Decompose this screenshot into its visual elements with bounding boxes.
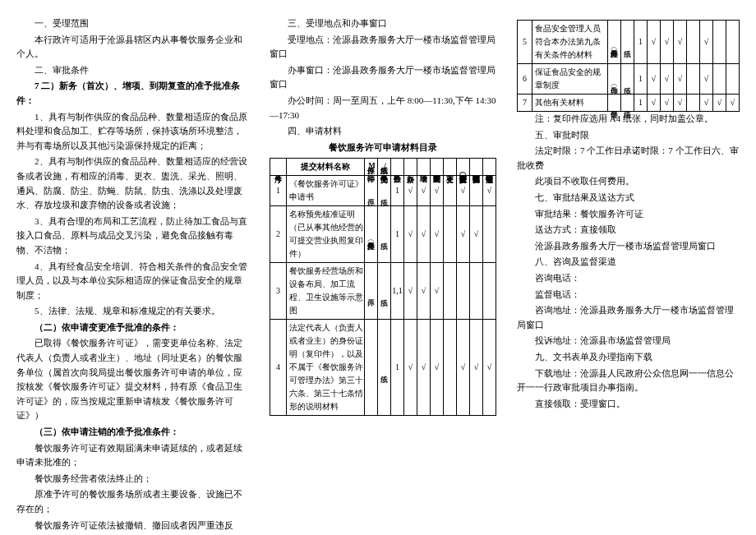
paragraph: 送达方式：直接领取 <box>517 223 740 238</box>
table-cell <box>483 263 496 320</box>
table-cell: 6 <box>518 64 532 95</box>
paragraph: 法定时限：7 个工作日承诺时限：7 个工作日六、审批收费 <box>517 144 740 173</box>
table-row: 3餐饮服务经营场所和设备布局、加工流程、卫生设施等示意图原件纸质1,1√√√ <box>270 263 496 320</box>
table-cell: 7 <box>518 95 532 112</box>
table-cell: 名称预先核准证明（已从事其他经营的可提交营业执照复印件） <box>287 206 365 263</box>
list-item: 4、具有经食品安全培训、符合相关条件的食品安全管理人员，以及与本单位实际相适应的… <box>16 260 249 303</box>
list-item: 餐饮服务经营者依法终止的； <box>16 472 249 487</box>
section-heading: 七、审批结果及送达方式 <box>517 191 740 205</box>
th-orig: 原件M印件 <box>365 159 378 176</box>
table-cell <box>470 263 483 320</box>
section-heading: 三、受理地点和办事窗口 <box>270 16 496 31</box>
table-cell: √ <box>431 176 444 206</box>
table-cell: 4 <box>270 320 287 416</box>
section-heading: 四、申请材料 <box>270 124 496 139</box>
table-cell: √ <box>431 263 444 320</box>
table-cell: 纸质 <box>621 21 634 64</box>
th-add: 增项 <box>417 159 431 176</box>
table-cell: 法定代表人（负责人或者业主）的身份证明（复印件），以及不属于《餐饮服务许可管理办… <box>287 320 365 416</box>
table-cell: √ <box>661 21 674 64</box>
subheading: （三）依申请注销的准予批准条件： <box>16 425 249 440</box>
paragraph: 投诉地址：沧源县市场监督管理局 <box>517 334 740 348</box>
paragraph: 审批结果：餐饮服务许可证 <box>517 207 740 222</box>
table-cell: √ <box>700 21 713 64</box>
paragraph: 沧源县政务服务大厅一楼市场监督管理局窗口 <box>517 239 740 254</box>
list-item: 餐饮服务许可证依法被撤销、撤回或者因严重违反《食品安全法》餐饮服务许可证依法被吊… <box>16 519 249 535</box>
table-cell <box>444 176 457 206</box>
table-cell: 1 <box>634 95 648 112</box>
paragraph: 直接领取：受理窗口。 <box>517 397 740 412</box>
table-cell: 1 <box>391 176 404 206</box>
table-cell: 食品安全管理人员符合本办法第九条有关条件的材料 <box>532 21 608 64</box>
table-cell: √ <box>431 206 444 263</box>
table-cell <box>687 64 700 95</box>
table-cell: √ <box>417 320 431 416</box>
table-cell: √ <box>404 320 417 416</box>
column-right: 5食品安全管理人员符合本办法第九条有关条件的材料（原件及复印件）纸质1√√√√6… <box>517 16 740 535</box>
table-cell: √ <box>674 95 687 112</box>
table-row: 1《餐饮服务许可证》申请书原件纸质1√√√√√ <box>270 176 496 206</box>
table-cell <box>444 206 457 263</box>
table-cell: （原件及复印件） <box>608 21 621 64</box>
table-cell: 纸质 <box>378 263 391 320</box>
table-cell: 2 <box>270 206 287 263</box>
th-other: 其他依申请变更 <box>470 159 483 176</box>
paragraph: 本行政许可适用于沧源县辖区内从事餐饮服务企业和个人。 <box>16 33 249 62</box>
table-cell: 纸质 <box>378 206 391 263</box>
column-left: 一、受理范围 本行政许可适用于沧源县辖区内从事餐饮服务企业和个人。 二、审批条件… <box>16 16 249 535</box>
th-form: 纸质/电子文件 <box>378 159 391 176</box>
table-cell: √ <box>431 320 444 416</box>
table-row: 7其他有关材料复印件纸质1√√√√√√ <box>518 95 740 112</box>
materials-table-part2: 5食品安全管理人员符合本办法第九条有关条件的材料（原件及复印件）纸质1√√√√6… <box>517 20 740 112</box>
table-cell: √ <box>417 176 431 206</box>
table-cell: √ <box>470 320 483 416</box>
table-cell: √ <box>483 176 496 206</box>
paragraph: 办公时间：周一至周五，上午 8:00—11:30,下午 14:30—17:30 <box>270 94 496 122</box>
paragraph: 此项目不收取任何费用。 <box>517 174 740 189</box>
paragraph: 监督电话： <box>517 288 740 302</box>
table-cell: 纸质 <box>378 176 391 206</box>
table-cell: 《餐饮服务许可证》申请书 <box>287 176 365 206</box>
paragraph: 下载地址：沧源县人民政府公众信息网一一信息公开一一行政审批项目办事指南。 <box>517 367 740 395</box>
table-cell <box>444 263 457 320</box>
list-item: 2、具有与制作供应的食品品种、数量相适应的经营设备或者设施，有相应的消毒、更衣、… <box>16 155 249 212</box>
table-cell: 原件 <box>365 263 378 320</box>
table-cell: 1 <box>634 64 648 95</box>
table-cell: √ <box>417 263 431 320</box>
table-cell: √ <box>726 95 740 112</box>
section-heading: 八、咨询及监督渠道 <box>517 255 740 270</box>
table-cell: √ <box>661 95 674 112</box>
materials-table-part1: 序号 提交材料名称 原件M印件 纸质/电子文件 份数 新办 增项 到期复查 变更… <box>270 158 496 416</box>
table-cell <box>726 64 740 95</box>
table-cell: 纸质 <box>621 64 634 95</box>
paragraph: 咨询地址：沧源县政务服务大厅一楼市场监督管理局窗口 <box>517 303 740 332</box>
table-row: 2名称预先核准证明（已从事其他经营的可提交营业执照复印件）（原件及复印件）纸质1… <box>270 206 496 263</box>
list-item: 5、法律、法规、规章和标准规定的有关要求。 <box>16 304 249 319</box>
table-cell: √ <box>457 320 470 416</box>
list-item: 1、具有与制作供应的食品品种、数量相适应的食品原料处理和食品加工、贮存等场所，保… <box>16 110 249 154</box>
table-cell: 1,1 <box>391 263 404 320</box>
table-cell <box>457 263 470 320</box>
th-seq: 序号 <box>270 159 287 176</box>
list-item: 餐饮服务许可证有效期届满未申请延续的，或者延续申请未批准的； <box>16 441 249 470</box>
column-middle: 三、受理地点和办事窗口 受理地点：沧源县政务服务大厅一楼市场监督管理局窗口 办事… <box>270 16 496 535</box>
section-heading: 五、审批时限 <box>517 128 740 143</box>
table-cell: 5 <box>518 21 532 64</box>
th-name: 提交材料名称 <box>287 159 365 176</box>
list-item: 3、具有合理的布局和工艺流程，防止待加工食品与直接入口食品、原料与成品交叉污染，… <box>16 214 249 258</box>
table-cell: √ <box>674 64 687 95</box>
table-row: 6保证食品安全的规章制度（自印件）纸质1√√√√ <box>518 64 740 95</box>
table-cell: √ <box>713 95 726 112</box>
section-heading: 一、受理范围 <box>16 16 249 31</box>
table-cell: 3 <box>270 263 287 320</box>
table-cell <box>444 320 457 416</box>
paragraph: 咨询电话： <box>517 271 740 286</box>
table-cell: √ <box>674 21 687 64</box>
table-cell: √ <box>404 176 417 206</box>
th-cancel: 依申请注销 <box>483 159 496 176</box>
table-cell <box>713 21 726 64</box>
table-cell <box>687 21 700 64</box>
th-recheck: 到期复查 <box>431 159 444 176</box>
th-copies: 份数 <box>391 159 404 176</box>
table-cell: √ <box>483 320 496 416</box>
